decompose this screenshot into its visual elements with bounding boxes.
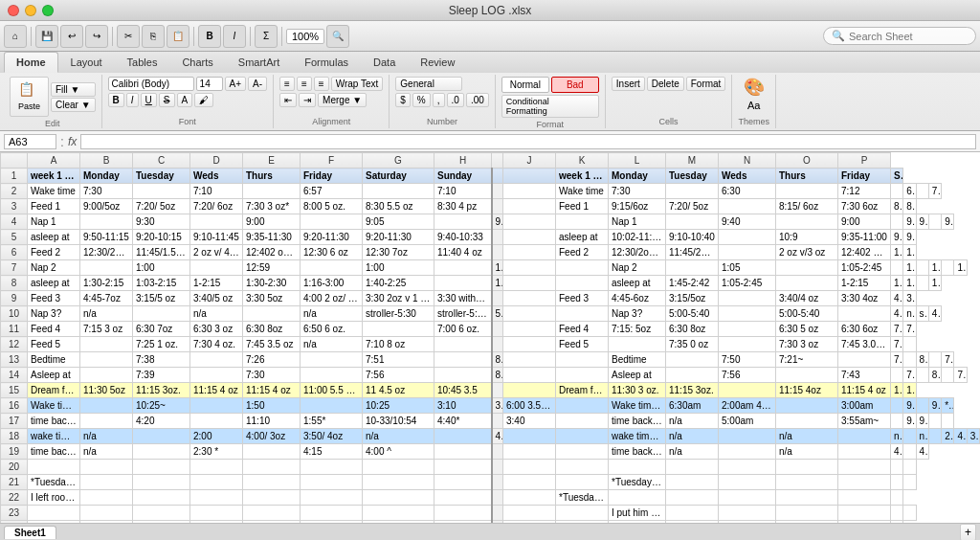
table-cell[interactable]: 12:30 7oz xyxy=(363,245,434,260)
table-row[interactable]: 18wake time 2n/a2:004:00/ 3oz3:50/ 4ozn/… xyxy=(1,429,980,444)
table-cell[interactable]: Asleep at xyxy=(609,368,666,383)
add-sheet-button[interactable]: + xyxy=(960,524,976,541)
table-cell[interactable]: 1:00 xyxy=(133,260,190,276)
table-cell[interactable] xyxy=(80,260,133,276)
table-cell[interactable]: Feed 3 xyxy=(28,291,80,306)
table-cell[interactable] xyxy=(719,460,776,475)
table-cell[interactable]: 7:00 6 oz. xyxy=(434,322,492,337)
table-cell[interactable]: 3:40 xyxy=(503,414,556,429)
table-cell[interactable]: 11:15 4 oz xyxy=(838,383,891,398)
table-cell[interactable] xyxy=(434,460,492,475)
table-cell[interactable]: Tuesday xyxy=(666,169,719,184)
table-cell[interactable] xyxy=(666,506,719,521)
table-cell[interactable] xyxy=(556,352,609,368)
number-format-button[interactable]: General xyxy=(395,77,462,91)
table-cell[interactable]: 3:15/5 oz xyxy=(133,291,190,306)
table-cell[interactable]: 7:20/ 5oz xyxy=(666,199,719,214)
table-cell[interactable] xyxy=(190,260,243,276)
zoom-level[interactable]: 100% xyxy=(286,29,324,44)
toolbar-italic-icon[interactable]: I xyxy=(223,25,246,48)
table-cell[interactable]: 9:15/6oz xyxy=(609,199,666,214)
table-cell[interactable]: n/a xyxy=(776,444,838,460)
table-cell[interactable]: 6:30am xyxy=(666,398,719,414)
table-cell[interactable] xyxy=(838,490,891,506)
table-cell[interactable]: 11:15 3oz. xyxy=(133,383,190,398)
table-cell[interactable] xyxy=(301,260,363,276)
table-cell[interactable] xyxy=(80,352,133,368)
italic-button[interactable]: I xyxy=(126,93,139,107)
table-cell[interactable]: n/a xyxy=(80,429,133,444)
table-cell[interactable] xyxy=(556,276,609,291)
table-cell[interactable]: 11:30 5oz xyxy=(80,383,133,398)
table-cell[interactable]: I put him right back to bed; he was awak… xyxy=(609,506,666,521)
table-cell[interactable] xyxy=(609,337,666,352)
table-cell[interactable]: Feed 4 xyxy=(28,322,80,337)
table-cell[interactable] xyxy=(434,475,492,490)
table-cell[interactable] xyxy=(776,398,838,414)
table-cell[interactable] xyxy=(556,368,609,383)
table-cell[interactable]: time back asleep xyxy=(28,414,80,429)
table-cell[interactable]: 1:00 xyxy=(363,260,434,276)
table-cell[interactable]: *Tuesday/Wed at 4:20 a.m. - Noah wakes u… xyxy=(556,490,609,506)
table-cell[interactable]: 11:10 xyxy=(243,414,301,429)
table-cell[interactable] xyxy=(503,460,556,475)
table-cell[interactable]: *Tuesday Am Grant woke at 5:45, soothed … xyxy=(28,475,80,490)
table-cell[interactable] xyxy=(719,230,776,245)
table-cell[interactable]: 1:05 xyxy=(719,260,776,276)
table-cell[interactable] xyxy=(666,490,719,506)
table-cell[interactable] xyxy=(492,184,503,199)
table-cell[interactable]: asleep at xyxy=(28,276,80,291)
table-cell[interactable]: 7:30 3 oz* xyxy=(243,199,301,214)
table-cell[interactable]: 8:00 5 oz. xyxy=(891,199,903,214)
strikethrough-button[interactable]: S xyxy=(159,93,175,107)
table-cell[interactable]: 6:30 8oz xyxy=(666,322,719,337)
table-cell[interactable] xyxy=(363,506,434,521)
clear-button[interactable]: Clear ▼ xyxy=(51,98,96,112)
format-button[interactable]: Format xyxy=(686,77,726,91)
table-cell[interactable]: 7:30 4 oz. xyxy=(190,337,243,352)
table-cell[interactable] xyxy=(190,368,243,383)
table-cell[interactable] xyxy=(776,490,838,506)
table-cell[interactable]: n/a xyxy=(666,429,719,444)
table-cell[interactable]: 9:00 xyxy=(903,398,916,414)
table-cell[interactable] xyxy=(301,475,363,490)
table-cell[interactable]: 2:00am 4oz* xyxy=(719,398,776,414)
table-cell[interactable]: 11:15 4 oz xyxy=(243,383,301,398)
decrease-decimal-button[interactable]: .00 xyxy=(466,93,489,107)
table-cell[interactable]: Tuesday xyxy=(133,169,190,184)
table-cell[interactable] xyxy=(190,506,243,521)
table-cell[interactable]: Feed 2 xyxy=(28,245,80,260)
bold-button[interactable]: B xyxy=(108,93,124,107)
table-cell[interactable] xyxy=(503,352,556,368)
table-row[interactable]: 10Nap 3?n/an/an/astroller-5:30stroller-5… xyxy=(1,306,980,322)
table-cell[interactable] xyxy=(133,490,190,506)
table-cell[interactable]: 9:30 xyxy=(492,214,503,230)
outdent-button[interactable]: ⇥ xyxy=(299,93,316,107)
toolbar-zoom-icon[interactable]: 🔍 xyxy=(326,25,349,48)
table-cell[interactable]: asleep at xyxy=(609,276,666,291)
table-cell[interactable] xyxy=(776,368,838,383)
table-cell[interactable] xyxy=(434,429,492,444)
indent-button[interactable]: ⇤ xyxy=(279,93,297,107)
table-cell[interactable]: 7:30 xyxy=(243,368,301,383)
table-cell[interactable] xyxy=(503,337,556,352)
underline-button[interactable]: U xyxy=(141,93,157,107)
table-cell[interactable] xyxy=(903,429,916,444)
table-cell[interactable] xyxy=(903,460,916,475)
table-cell[interactable] xyxy=(666,184,719,199)
table-cell[interactable] xyxy=(80,414,133,429)
table-cell[interactable]: Feed 1 xyxy=(556,199,609,214)
table-cell[interactable] xyxy=(503,475,556,490)
table-cell[interactable]: Monday xyxy=(80,169,133,184)
table-cell[interactable] xyxy=(891,214,903,230)
table-row[interactable]: 5asleep at9:50-11:159:20-10:159:10-11:45… xyxy=(1,230,980,245)
table-cell[interactable]: 4:45-6oz xyxy=(609,291,666,306)
table-cell[interactable]: 1:55* xyxy=(301,414,363,429)
table-cell[interactable] xyxy=(503,444,556,460)
table-cell[interactable]: 8:15/ 6oz xyxy=(776,199,838,214)
table-cell[interactable]: 1:16-3:00 xyxy=(301,276,363,291)
table-cell[interactable]: n/a xyxy=(903,306,916,322)
table-cell[interactable]: 1:05-2:45 xyxy=(838,260,891,276)
table-cell[interactable] xyxy=(556,414,609,429)
table-cell[interactable]: 12:00 6oz. xyxy=(891,245,903,260)
